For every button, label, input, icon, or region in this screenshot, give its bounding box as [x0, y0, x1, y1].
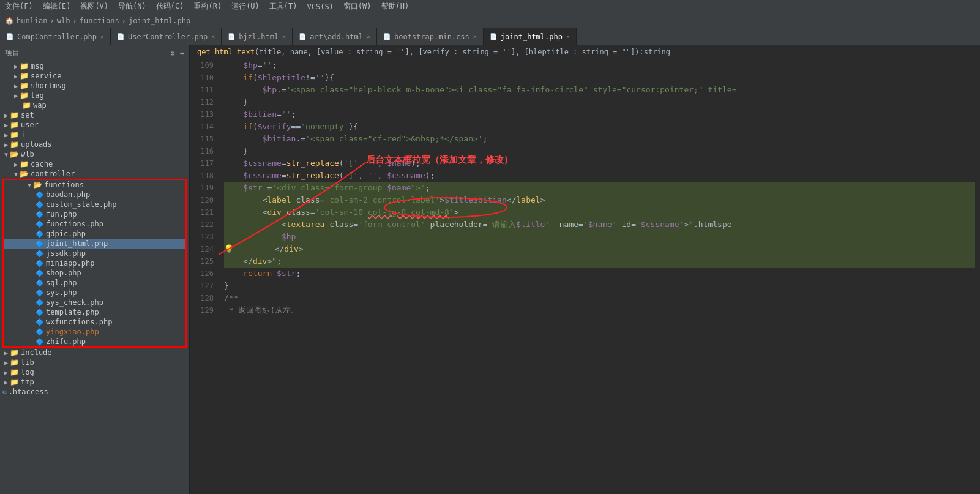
breadcrumb-item-wlb[interactable]: wlb	[57, 17, 70, 25]
arrow-icon: ▶	[12, 161, 20, 168]
menu-edit[interactable]: 编辑(E)	[43, 1, 71, 12]
menu-code[interactable]: 代码(C)	[156, 1, 184, 12]
sidebar-item-functions-php[interactable]: 🔷 functions.php	[4, 219, 185, 229]
line-num: 119	[195, 182, 214, 194]
sidebar-item-tag[interactable]: ▶ 📁 tag	[0, 91, 189, 100]
settings-icon[interactable]: ⚙	[171, 49, 175, 58]
sidebar-item-log[interactable]: ▶ 📁 log	[0, 367, 189, 377]
arrow-icon: ▶	[12, 83, 20, 89]
menu-window[interactable]: 窗口(W)	[343, 1, 372, 12]
close-icon[interactable]: ✕	[282, 33, 286, 40]
sidebar-item-fun[interactable]: 🔷 fun.php	[4, 209, 185, 219]
menu-tools[interactable]: 工具(T)	[269, 1, 297, 12]
menu-nav[interactable]: 导航(N)	[118, 1, 146, 12]
sidebar-item-gdpic[interactable]: 🔷 gdpic.php	[4, 229, 185, 239]
folder-icon: 📁	[22, 101, 31, 110]
sidebar-item-set[interactable]: ▶ 📁 set	[0, 110, 189, 120]
sidebar-item-wap[interactable]: 📁 wap	[0, 100, 189, 110]
tab-bjzl[interactable]: 📄 bjzl.html ✕	[222, 28, 293, 45]
close-icon[interactable]: ✕	[100, 33, 104, 40]
sidebar-item-wlb[interactable]: ▼ 📂 wlb	[0, 149, 189, 159]
sidebar-item-tmp[interactable]: ▶ 📁 tmp	[0, 377, 189, 387]
php-file-icon: 🔷	[36, 250, 44, 258]
code-line-122: <textarea class='form-control' placehold…	[224, 219, 975, 231]
menu-file[interactable]: 文件(F)	[5, 1, 33, 12]
close-icon[interactable]: ✕	[566, 33, 570, 40]
sidebar-item-sys[interactable]: 🔷 sys.php	[4, 288, 185, 298]
sidebar-item-msg[interactable]: ▶ 📁 msg	[0, 61, 189, 71]
sidebar-item-shop[interactable]: 🔷 shop.php	[4, 268, 185, 278]
arrow-icon: ▶	[2, 350, 10, 356]
menu-view[interactable]: 视图(V)	[80, 1, 108, 12]
php-file-icon: 🔷	[36, 201, 44, 209]
sidebar-item-sql[interactable]: 🔷 sql.php	[4, 278, 185, 288]
code-line-116: }	[224, 145, 975, 157]
tab-bootstrap[interactable]: 📄 bootstrap.min.css ✕	[377, 28, 484, 45]
sidebar-item-baodan[interactable]: 🔷 baodan.php	[4, 190, 185, 200]
breadcrumb-item-functions[interactable]: functions	[80, 17, 119, 25]
code-content[interactable]: $hp=''; if($hleptitle!=''){ $hp.='<span …	[219, 59, 980, 494]
menu-vcs[interactable]: VCS(S)	[307, 2, 334, 11]
sidebar-item-zhifu[interactable]: 🔷 zhifu.php	[4, 337, 185, 346]
sidebar-item-sys-check[interactable]: 🔷 sys_check.php	[4, 298, 185, 307]
code-line-118: $cssname=str_replace(']', '', $cssname);	[224, 170, 975, 182]
menu-bar[interactable]: 文件(F) 编辑(E) 视图(V) 导航(N) 代码(C) 重构(R) 运行(U…	[0, 0, 980, 13]
sidebar-item-service[interactable]: ▶ 📁 service	[0, 71, 189, 81]
close-icon[interactable]: ✕	[367, 33, 370, 40]
css-icon: 📄	[383, 33, 391, 40]
folder-icon: 📁	[20, 160, 29, 168]
menu-run[interactable]: 运行(U)	[231, 1, 260, 12]
sidebar-item-template[interactable]: 🔷 template.php	[4, 307, 185, 317]
php-file-icon: 🔷	[36, 240, 44, 248]
php-file-icon: 🔷	[36, 338, 44, 346]
code-line-112: }	[224, 96, 975, 108]
breadcrumb-item-hunlian[interactable]: hunlian	[17, 17, 48, 25]
sidebar-item-joint-html[interactable]: 🔷 joint_html.php	[4, 239, 185, 249]
line-num: 116	[195, 145, 214, 157]
close-icon[interactable]: ✕	[211, 33, 215, 40]
tab-art-add[interactable]: 📄 art\add.html ✕	[293, 28, 377, 45]
sidebar-item-jssdk[interactable]: 🔷 jssdk.php	[4, 249, 185, 258]
sidebar-item-i[interactable]: ▶ 📁 i	[0, 130, 189, 140]
line-num: 126	[195, 268, 214, 280]
menu-refactor[interactable]: 重构(R)	[193, 1, 222, 12]
arrow-icon: ▶	[2, 369, 10, 376]
sidebar-item-cache[interactable]: ▶ 📁 cache	[0, 159, 189, 169]
sidebar-title: 项目	[5, 48, 20, 58]
sidebar-item-functions[interactable]: ▼ 📂 functions	[4, 180, 185, 190]
expand-icon[interactable]: ↔	[180, 49, 184, 58]
sidebar-item-yingxiao[interactable]: 🔷 yingxiao.php	[4, 327, 185, 337]
php-file-icon: 🔷	[36, 328, 44, 336]
sidebar-item-include[interactable]: ▶ 📁 include	[0, 348, 189, 357]
code-line-123: $hp	[224, 231, 975, 243]
line-num: 110	[195, 72, 214, 84]
code-line-119: $str ='<div class="form-group $name">';	[224, 182, 975, 194]
code-line-129: * 返回图标(从左、	[224, 304, 975, 316]
code-line-125: </div>";	[224, 255, 975, 268]
sidebar-item-htaccess[interactable]: ⚙ .htaccess	[0, 387, 189, 397]
menu-help[interactable]: 帮助(H)	[381, 1, 410, 12]
folder-icon: 📁	[10, 130, 19, 139]
php-file-icon: 🔷	[36, 211, 44, 219]
sidebar-item-wxfunctions[interactable]: 🔷 wxfunctions.php	[4, 317, 185, 327]
tab-user-controller[interactable]: 📄 UserController.php ✕	[111, 28, 222, 45]
folder-icon: 📁	[10, 111, 19, 119]
tree-label: tmp	[21, 378, 34, 386]
sidebar-item-user[interactable]: ▶ 📁 user	[0, 120, 189, 130]
tab-joint-html[interactable]: 📄 joint_html.php ✕	[484, 28, 577, 45]
sidebar-item-shortmsg[interactable]: ▶ 📁 shortmsg	[0, 81, 189, 91]
sidebar-content[interactable]: ▶ 📁 msg ▶ 📁 service ▶ 📁 shortmsg ▶ 📁 tag…	[0, 61, 189, 494]
close-icon[interactable]: ✕	[473, 33, 477, 40]
sidebar-item-controller[interactable]: ▼ 📂 controller	[0, 169, 189, 179]
sidebar-item-lib[interactable]: ▶ 📁 lib	[0, 357, 189, 367]
tree-label: uploads	[21, 140, 52, 149]
php-icon: 📄	[117, 33, 124, 40]
sidebar-item-custom-state[interactable]: 🔷 custom_state.php	[4, 200, 185, 209]
tab-comp-controller[interactable]: 📄 CompController.php ✕	[0, 28, 111, 45]
sidebar-item-miniapp[interactable]: 🔷 miniapp.php	[4, 258, 185, 268]
breadcrumb-item-file[interactable]: joint_html.php	[129, 17, 190, 25]
html-icon: 📄	[299, 33, 306, 40]
arrow-icon: ▶	[2, 122, 10, 129]
sidebar-item-uploads[interactable]: ▶ 📁 uploads	[0, 140, 189, 149]
tree-label: sys.php	[46, 288, 77, 297]
